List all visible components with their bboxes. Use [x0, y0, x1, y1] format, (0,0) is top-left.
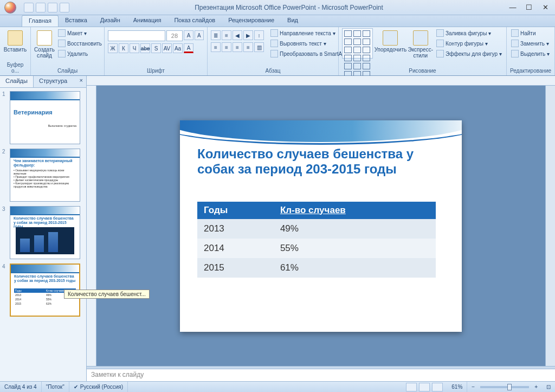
status-bar: Слайд 4 из 4 "Поток" ✔Русский (Россия) 6…	[0, 381, 555, 392]
table-row: 201349%	[197, 219, 436, 239]
shape-icon[interactable]	[363, 38, 370, 45]
layout-button[interactable]: Макет ▾	[57, 28, 103, 38]
group-clipboard-label: Буфер о...	[3, 61, 27, 74]
outline-icon	[436, 40, 444, 47]
paste-button[interactable]: Вставить	[3, 28, 27, 61]
justify-icon[interactable]: ≡	[243, 42, 253, 52]
char-spacing-button[interactable]: AV	[162, 43, 172, 53]
slide-title[interactable]: Количество случаев бешенства у собак за …	[197, 146, 444, 178]
tab-view[interactable]: Вид	[281, 15, 305, 27]
close-button[interactable]: ✕	[538, 2, 553, 13]
shape-icon[interactable]	[353, 55, 361, 61]
maximize-button[interactable]: ☐	[521, 2, 537, 13]
slide-table[interactable]: ГодыКл-во случаев 201349% 201455% 201561…	[197, 202, 436, 278]
align-right-icon[interactable]: ≡	[233, 42, 242, 52]
zoom-level[interactable]: 61%	[447, 382, 467, 392]
group-drawing-label: Рисование	[342, 67, 503, 74]
sorter-view-icon[interactable]	[419, 383, 430, 391]
slide-canvas[interactable]: Количество случаев бешенства у собак за …	[180, 120, 462, 332]
align-center-icon[interactable]: ≡	[222, 42, 231, 52]
font-color-button[interactable]: A	[184, 43, 193, 53]
quick-styles-button[interactable]: Экспресс-стили	[408, 28, 433, 67]
delete-icon	[58, 50, 66, 57]
tab-design[interactable]: Дизайн	[94, 15, 127, 27]
select-button[interactable]: Выделить ▾	[510, 49, 551, 59]
font-size-select[interactable]: 28	[166, 30, 183, 41]
table-header: Кл-во случаев	[274, 202, 436, 219]
reset-icon	[58, 40, 66, 47]
shape-outline-button[interactable]: Контур фигуры ▾	[435, 38, 503, 48]
shape-icon[interactable]	[344, 47, 352, 53]
find-button[interactable]: Найти	[510, 28, 551, 38]
new-slide-button[interactable]: Создать слайд	[34, 28, 55, 67]
vertical-scrollbar[interactable]	[545, 86, 555, 366]
replace-button[interactable]: Заменить ▾	[510, 38, 551, 48]
quick-access-toolbar	[21, 3, 73, 12]
numbering-icon[interactable]: ≡	[222, 30, 231, 40]
align-left-icon[interactable]: ≡	[211, 42, 221, 52]
shape-icon[interactable]	[363, 55, 370, 61]
window-title: Презентация Microsoft Office PowerPoint …	[73, 4, 505, 11]
slideshow-view-icon[interactable]	[432, 383, 443, 391]
zoom-out-icon[interactable]: −	[472, 384, 475, 390]
zoom-slider[interactable]	[480, 386, 529, 388]
qat-customize-icon[interactable]	[60, 3, 69, 12]
horizontal-ruler	[87, 76, 555, 86]
shape-icon[interactable]	[344, 30, 352, 37]
new-slide-label: Создать слайд	[34, 47, 55, 59]
notes-pane[interactable]: Заметки к слайду	[87, 369, 555, 381]
shape-effects-button[interactable]: Эффекты для фигур ▾	[435, 49, 503, 59]
group-slides-label: Слайды	[34, 67, 101, 74]
reset-button[interactable]: Восстановить	[57, 38, 103, 48]
shape-icon[interactable]	[363, 30, 370, 37]
arrange-button[interactable]: Упорядочить	[375, 28, 405, 67]
bullets-icon[interactable]: ≣	[211, 30, 221, 40]
slide-thumb-3[interactable]: Количество случаев бешенства у собак за …	[10, 206, 80, 259]
shape-icon[interactable]	[344, 55, 352, 61]
group-paragraph-label: Абзац	[211, 67, 335, 74]
line-spacing-icon[interactable]: ↕	[254, 30, 264, 40]
status-language[interactable]: ✔Русский (Россия)	[69, 382, 128, 392]
slide-thumb-2[interactable]: Чем занимается ветеринарный фельдшер: • …	[10, 149, 80, 202]
zoom-in-icon[interactable]: +	[534, 384, 538, 390]
shapes-gallery[interactable]	[342, 28, 373, 59]
tab-slides-panel[interactable]: Слайды	[0, 76, 34, 87]
slide-thumb-1[interactable]: Ветеринария Выполнила: студентка	[10, 91, 80, 144]
close-panel-icon[interactable]: ×	[76, 76, 86, 87]
bold-button[interactable]: Ж	[108, 43, 118, 53]
shape-icon[interactable]	[353, 47, 361, 53]
shape-icon[interactable]	[353, 38, 361, 45]
shape-icon[interactable]	[363, 47, 370, 53]
office-button[interactable]	[0, 0, 21, 15]
fit-to-window-icon[interactable]: ⊡	[542, 382, 555, 392]
grow-font-icon[interactable]: A	[184, 30, 193, 40]
shape-icon[interactable]	[344, 38, 352, 45]
font-family-select[interactable]	[108, 30, 165, 41]
save-icon[interactable]	[24, 3, 34, 12]
tab-slideshow[interactable]: Показ слайдов	[167, 15, 222, 27]
undo-icon[interactable]	[36, 3, 46, 12]
columns-icon[interactable]: ▥	[254, 42, 264, 52]
shrink-font-icon[interactable]: A	[195, 30, 204, 40]
tab-insert[interactable]: Вставка	[59, 15, 94, 27]
tab-animation[interactable]: Анимация	[127, 15, 168, 27]
status-slide-position: Слайд 4 из 4	[0, 382, 42, 392]
shadow-button[interactable]: S	[151, 43, 161, 53]
italic-button[interactable]: К	[119, 43, 128, 53]
normal-view-icon[interactable]	[406, 383, 417, 391]
strike-button[interactable]: abe	[140, 43, 150, 53]
zoom-thumb[interactable]	[507, 384, 512, 390]
tab-review[interactable]: Рецензирование	[222, 15, 281, 27]
redo-icon[interactable]	[48, 3, 57, 12]
table-row: 201561%	[197, 258, 436, 278]
tab-home[interactable]: Главная	[22, 15, 59, 27]
minimize-button[interactable]: —	[505, 2, 520, 13]
underline-button[interactable]: Ч	[130, 43, 139, 53]
tab-structure-panel[interactable]: Структура	[34, 76, 73, 87]
decrease-indent-icon[interactable]: ◀	[233, 30, 242, 40]
change-case-button[interactable]: Aa	[173, 43, 183, 53]
shape-fill-button[interactable]: Заливка фигуры ▾	[435, 28, 503, 38]
delete-slide-button[interactable]: Удалить	[57, 49, 103, 59]
increase-indent-icon[interactable]: ▶	[243, 30, 253, 40]
shape-icon[interactable]	[353, 30, 361, 37]
